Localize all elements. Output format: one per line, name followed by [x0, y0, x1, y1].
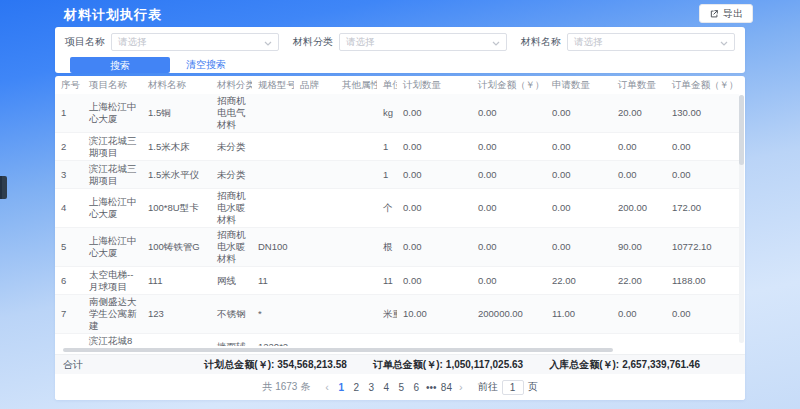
search-button[interactable]: 搜索 [70, 57, 170, 73]
table-cell: 20.00 [612, 94, 666, 133]
page: 材料计划执行表 导出 项目名称 请选择 材料分类 请选择 材料 [0, 0, 800, 409]
material-name-select[interactable]: 请选择 [567, 33, 735, 51]
vertical-scrollbar-thumb[interactable] [739, 95, 744, 165]
goto-page-group: 前往 页 [478, 380, 538, 395]
next-page-button[interactable]: › [454, 381, 468, 393]
column-header: 计划数量 [397, 76, 472, 94]
table-cell: 0.00 [666, 295, 739, 334]
table-cell [336, 189, 377, 228]
project-name-select[interactable]: 请选择 [111, 33, 279, 51]
column-header: 订单数量 [612, 76, 666, 94]
table-cell [336, 94, 377, 133]
table-cell: 滨江花城三期项目 [83, 133, 142, 161]
table-cell: 1.5米水平仪 [142, 161, 211, 189]
horizontal-scrollbar-thumb[interactable] [63, 348, 613, 352]
table-cell: 7 [55, 295, 83, 334]
table-row: 5上海松江中心大厦100铸铁管G招商机电水暖材料DN100根0.000.000.… [55, 228, 739, 267]
pagination: 共 1673 条 ‹ 123456•••84 › 前往 页 [55, 374, 745, 400]
export-button[interactable]: 导出 [699, 4, 753, 23]
material-name-placeholder: 请选择 [574, 36, 603, 49]
page-button[interactable]: 1 [334, 382, 349, 393]
table-cell: 南侧盛达大学生公寓新建 [83, 295, 142, 334]
table-cell: 0.00 [472, 161, 546, 189]
table-cell: 桶 [377, 334, 397, 347]
table-cell: 0.00 [546, 161, 612, 189]
table-cell: 0.00 [666, 133, 739, 161]
inbound-total: 入库总金额(￥): 2,657,339,761.46 [549, 358, 700, 372]
table-cell: 172.00 [666, 189, 739, 228]
table-cell: 0.00 [472, 133, 546, 161]
table-cell: 2 [55, 133, 83, 161]
table-cell [336, 334, 377, 347]
table-cell: 200000.00 [472, 295, 546, 334]
prev-page-button[interactable]: ‹ [320, 381, 334, 393]
page-button[interactable]: 84 [439, 382, 454, 393]
table-row: 1上海松江中心大厦1.5铜招商机电电气材料kg0.000.000.0020.00… [55, 94, 739, 133]
goto-page-input[interactable] [502, 380, 524, 395]
table-cell: 100铸铁管G [142, 228, 211, 267]
inbound-total-value: 2,657,339,761.46 [622, 359, 700, 370]
column-header: 材料分类 [211, 76, 252, 94]
table-cell: 0.00 [546, 228, 612, 267]
column-header: 序号 [55, 76, 83, 94]
column-header: 材料名称 [142, 76, 211, 94]
plan-total-value: 354,568,213.58 [277, 359, 347, 370]
page-button[interactable]: 3 [364, 382, 379, 393]
table-cell: DN100 [252, 228, 294, 267]
table-cell [294, 94, 336, 133]
column-header: 其他属性 [336, 76, 377, 94]
order-total-label: 订单总金额(￥): [373, 358, 443, 372]
table-panel: 序号项目名称材料名称材料分类规格型号品牌其他属性单位计划数量计划金额（￥）申请数… [55, 76, 745, 400]
material-category-select[interactable]: 请选择 [339, 33, 507, 51]
table-cell: 0.00 [397, 189, 472, 228]
page-button[interactable]: 6 [409, 382, 424, 393]
filter-panel: 项目名称 请选择 材料分类 请选择 材料名称 请选择 [55, 27, 745, 73]
table-cell: 上海松江中心大厦 [83, 94, 142, 133]
table-cell: 墙面辅材 [211, 334, 252, 347]
header-row: 序号项目名称材料名称材料分类规格型号品牌其他属性单位计划数量计划金额（￥）申请数… [55, 76, 739, 94]
vertical-scrollbar[interactable] [739, 95, 744, 343]
table-cell: 130.00 [666, 94, 739, 133]
table-cell: 100*8U型卡 [142, 189, 211, 228]
clear-search-link[interactable]: 清空搜索 [186, 58, 226, 72]
material-category-placeholder: 请选择 [346, 36, 375, 49]
column-header: 订单金额（￥） [666, 76, 739, 94]
table-cell: 0.00 [546, 189, 612, 228]
column-header: 规格型号 [252, 76, 294, 94]
table-cell: 0.00 [612, 161, 666, 189]
table-cell [294, 161, 336, 189]
column-header: 计划金额（￥） [472, 76, 546, 94]
page-button[interactable]: 4 [379, 382, 394, 393]
order-total: 订单总金额(￥): 1,050,117,025.63 [373, 358, 523, 372]
page-button[interactable]: 5 [394, 382, 409, 393]
table-cell [294, 133, 336, 161]
order-total-value: 1,050,117,025.63 [446, 359, 523, 370]
sidebar-collapse-handle[interactable] [0, 176, 7, 199]
table-cell: * [252, 295, 294, 334]
table-cell: 1220*2440*12 [252, 334, 294, 347]
table-cell: 个 [377, 189, 397, 228]
inbound-total-label: 入库总金额(￥): [549, 358, 619, 372]
table-cell: 5 [55, 228, 83, 267]
plan-total: 计划总金额(￥): 354,568,213.58 [204, 358, 347, 372]
table-cell [252, 94, 294, 133]
table-cell: 网线 [211, 267, 252, 295]
table-cell: 1.5铜 [142, 94, 211, 133]
page-list: 123456•••84 [334, 382, 454, 393]
table-cell: 11 [252, 267, 294, 295]
table-cell: 10772.10 [666, 228, 739, 267]
table-cell: 0.00 [612, 334, 666, 347]
table-cell [294, 189, 336, 228]
table-cell: 0.00 [472, 267, 546, 295]
table-row: 2滨江花城三期项目1.5米木床未分类10.000.000.000.000.00 [55, 133, 739, 161]
table-cell: 招商机电电气材料 [211, 94, 252, 133]
horizontal-scrollbar[interactable] [55, 346, 745, 354]
page-ellipsis[interactable]: ••• [424, 382, 439, 393]
table-cell: 1.5米木床 [142, 133, 211, 161]
table-cell: 滨江花城8期项目-分包 [83, 334, 142, 347]
page-button[interactable]: 2 [349, 382, 364, 393]
record-count: 共 1673 条 [262, 380, 310, 394]
page-title: 材料计划执行表 [64, 6, 162, 24]
table-cell [252, 161, 294, 189]
table-cell: 0.00 [397, 228, 472, 267]
